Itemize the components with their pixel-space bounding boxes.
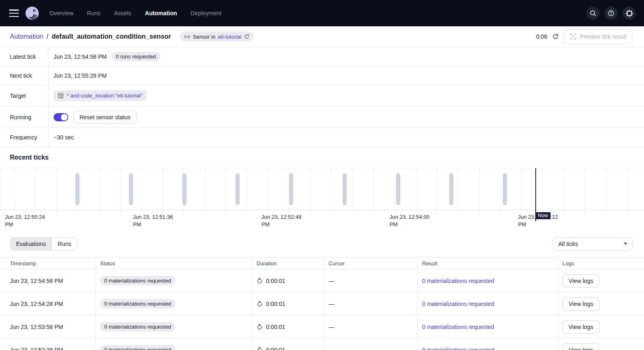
cell-status: 0 materializations requested [96, 269, 252, 292]
column-header-status[interactable]: Status [96, 257, 252, 269]
tab-runs[interactable]: Runs [52, 238, 77, 250]
cursor-value: — [329, 347, 334, 350]
help-icon[interactable] [604, 7, 618, 20]
result-link[interactable]: 0 materializations requested [422, 324, 494, 330]
timeline-gridline [394, 168, 395, 213]
cell-duration: 0:00:01 [252, 338, 324, 350]
tick-filter-select[interactable]: All ticks [553, 237, 632, 250]
nav-item-runs[interactable]: Runs [87, 10, 100, 16]
cell-logs: View logs [558, 292, 644, 315]
top-nav: OverviewRunsAssetsAutomationDeployment [0, 0, 644, 26]
tick-bar[interactable] [289, 173, 293, 205]
evaluations-table-body: Jun 23, 12:54:58 PM0 materializations re… [0, 269, 644, 350]
cell-result: 0 materializations requested [418, 269, 558, 292]
sensor-details: Latest tick Jun 23, 12:54:58 PM 0 runs r… [0, 47, 644, 147]
search-icon[interactable] [586, 7, 600, 20]
recent-ticks-title: Recent ticks [10, 154, 49, 161]
timeline-gridline [458, 168, 458, 213]
now-badge: Now [535, 212, 551, 219]
evaluation-row: Jun 23, 12:54:58 PM0 materializations re… [0, 269, 644, 292]
column-header-timestamp[interactable]: Timestamp [0, 257, 96, 269]
column-header-duration[interactable]: Duration [252, 257, 324, 269]
reset-sensor-status-button[interactable]: Reset sensor status [73, 111, 137, 124]
next-tick-row: Next tick Jun 23, 12:55:28 PM [0, 66, 644, 85]
menu-icon[interactable] [9, 9, 19, 17]
chevron-down-icon [624, 243, 627, 245]
timeline-gridline [331, 168, 331, 213]
timeline-gridline [479, 168, 480, 213]
timeline-gridline [416, 168, 416, 213]
asset-selection-tag[interactable]: * and code_location:"etl-tutorial" [54, 90, 147, 101]
target-label: Target [0, 85, 49, 106]
view-logs-button[interactable]: View logs [562, 343, 600, 350]
frequency-label: Frequency [0, 128, 49, 147]
target-row: Target * and code_location:"etl-tutorial… [0, 85, 644, 107]
running-toggle[interactable] [54, 113, 68, 121]
timeline-axis-label: Jun 23, 12:54:00 PM [390, 213, 431, 228]
timeline-gridline [226, 168, 226, 213]
view-logs-button[interactable]: View logs [562, 320, 600, 334]
sensor-location-badge: Sensor in etl-tutorial [180, 32, 254, 42]
frequency-value: ~30 sec [54, 134, 74, 141]
frequency-row: Frequency ~30 sec [0, 128, 644, 147]
nav-item-automation[interactable]: Automation [145, 10, 177, 16]
sensor-signal-icon [184, 34, 190, 40]
status-badge: 0 materializations requested [100, 345, 175, 350]
timeline-gridline [373, 168, 374, 213]
column-header-result[interactable]: Result [418, 257, 558, 269]
cell-cursor: — [324, 269, 418, 292]
tab-evaluations[interactable]: Evaluations [10, 238, 52, 250]
dagster-logo-icon[interactable] [26, 7, 39, 20]
timeline-gridline [542, 168, 543, 213]
stopwatch-icon [257, 301, 263, 307]
column-header-logs[interactable]: Logs [558, 257, 644, 269]
running-row: Running Reset sensor status [0, 107, 644, 128]
latest-tick-value: Jun 23, 12:54:58 PM [54, 53, 107, 60]
timeline-gridline [352, 168, 353, 213]
view-logs-button[interactable]: View logs [562, 274, 600, 287]
latest-tick-row: Latest tick Jun 23, 12:54:58 PM 0 runs r… [0, 47, 644, 66]
cell-cursor: — [324, 315, 418, 338]
asset-selection-text[interactable]: * and code_location:"etl-tutorial" [67, 93, 142, 99]
preview-icon [570, 33, 576, 40]
sensor-badge-label: Sensor in [193, 34, 215, 40]
nav-item-assets[interactable]: Assets [114, 10, 131, 16]
result-link[interactable]: 0 materializations requested [422, 347, 494, 350]
tick-bar[interactable] [343, 173, 347, 205]
cell-timestamp: Jun 23, 12:53:58 PM [0, 315, 96, 338]
tick-bar[interactable] [129, 173, 133, 205]
timeline-axis-label: Jun 23, 12:51:36 PM [133, 213, 174, 228]
result-link[interactable]: 0 materializations requested [422, 278, 494, 284]
cursor-value: — [329, 324, 334, 330]
view-logs-button[interactable]: View logs [562, 297, 600, 311]
cell-status: 0 materializations requested [96, 338, 252, 350]
tick-bar[interactable] [503, 173, 507, 205]
tick-bar[interactable] [182, 173, 187, 205]
tick-bar[interactable] [236, 173, 240, 205]
next-tick-value: Jun 23, 12:55:28 PM [54, 72, 107, 79]
nav-item-overview[interactable]: Overview [49, 10, 73, 16]
nav-links: OverviewRunsAssetsAutomationDeployment [49, 10, 222, 16]
tick-bar[interactable] [449, 173, 453, 205]
settings-gear-icon[interactable] [623, 7, 636, 20]
breadcrumb-automation-link[interactable]: Automation [10, 33, 43, 40]
tick-bar[interactable] [75, 173, 79, 205]
cell-logs: View logs [558, 269, 644, 292]
timeline-gridline [564, 168, 564, 213]
evaluations-table: TimestampStatusDurationCursorResultLogs … [0, 257, 644, 350]
preview-tick-result-button[interactable]: Preview tick result [564, 29, 632, 44]
timeline-gridline [14, 168, 15, 213]
tick-bar[interactable] [396, 173, 400, 205]
timeline-gridline [500, 168, 501, 213]
evaluation-row: Jun 23, 12:54:28 PM0 materializations re… [0, 292, 644, 315]
duration-value: 0:00:01 [266, 278, 285, 284]
cell-status: 0 materializations requested [96, 292, 252, 315]
result-link[interactable]: 0 materializations requested [422, 301, 494, 307]
nav-item-deployment[interactable]: Deployment [191, 10, 222, 16]
cell-logs: View logs [558, 315, 644, 338]
reload-location-icon[interactable] [244, 34, 250, 39]
status-badge: 0 materializations requested [100, 276, 175, 285]
code-location-link[interactable]: etl-tutorial [218, 34, 241, 40]
column-header-cursor[interactable]: Cursor [324, 257, 418, 269]
refresh-icon[interactable] [552, 33, 559, 40]
